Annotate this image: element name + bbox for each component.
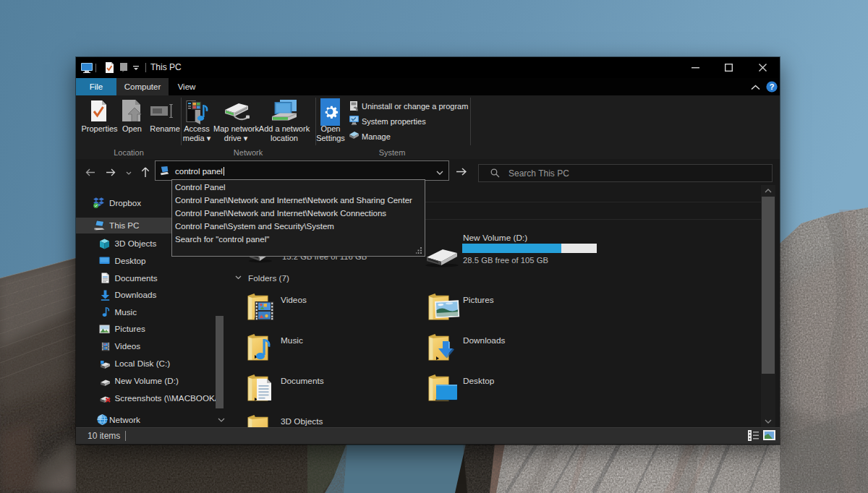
svg-text:?: ? (770, 82, 775, 91)
